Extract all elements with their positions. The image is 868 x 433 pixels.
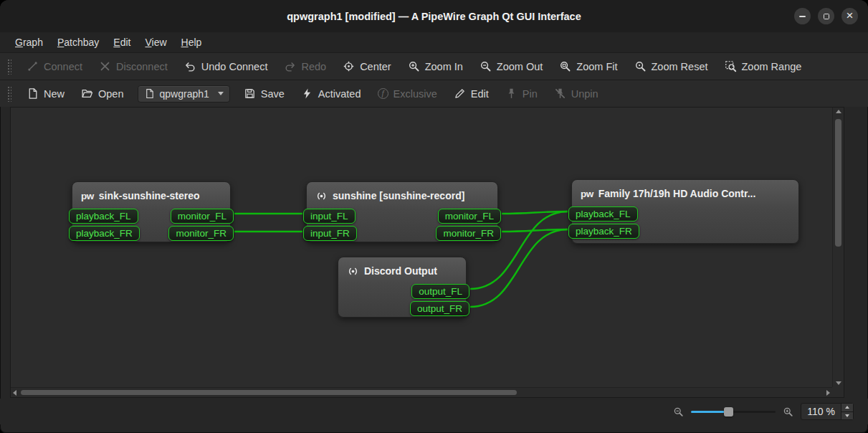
unpin-button[interactable]: Unpin bbox=[551, 85, 601, 103]
menu-patchbay[interactable]: Patchbay bbox=[51, 34, 105, 50]
port-playback-fr[interactable]: playback_FR bbox=[568, 224, 639, 239]
new-button[interactable]: New bbox=[24, 85, 67, 103]
pencil-icon bbox=[454, 87, 466, 100]
menu-help[interactable]: Help bbox=[175, 34, 209, 50]
zoom-out-icon[interactable] bbox=[673, 406, 684, 417]
close-button[interactable]: × bbox=[841, 8, 858, 24]
node-sunshine-record[interactable]: sunshine [sunshine-record] input_FL moni… bbox=[306, 181, 498, 242]
scroll-left-button[interactable] bbox=[13, 390, 16, 396]
activated-toggle[interactable]: Activated bbox=[298, 85, 364, 103]
port-monitor-fl[interactable]: monitor_FL bbox=[171, 209, 234, 224]
open-button[interactable]: Open bbox=[78, 85, 126, 103]
toolbar-drag-handle[interactable] bbox=[7, 86, 11, 102]
port-input-fr[interactable]: input_FR bbox=[303, 226, 357, 241]
horizontal-scroll-thumb[interactable] bbox=[21, 390, 517, 395]
save-label: Save bbox=[261, 88, 285, 100]
window-title: qpwgraph1 [modified] — A PipeWire Graph … bbox=[287, 11, 581, 22]
horizontal-scrollbar[interactable] bbox=[11, 387, 832, 397]
port-input-fl[interactable]: input_FL bbox=[303, 209, 356, 224]
open-label: Open bbox=[98, 88, 123, 100]
zoom-in-label: Zoom In bbox=[425, 61, 463, 72]
maximize-button[interactable] bbox=[818, 8, 834, 24]
patchbay-combo-value: qpwgraph1 bbox=[160, 88, 209, 100]
app-window: qpwgraph1 [modified] — A PipeWire Graph … bbox=[0, 0, 868, 433]
undo-connect-button[interactable]: Undo Connect bbox=[181, 57, 271, 75]
disconnect-button[interactable]: Disconnect bbox=[96, 57, 171, 75]
vertical-scrollbar[interactable] bbox=[832, 108, 844, 387]
connect-icon bbox=[27, 60, 39, 72]
port-monitor-fr[interactable]: monitor_FR bbox=[168, 226, 234, 241]
record-icon bbox=[315, 190, 328, 202]
toolbar-drag-handle[interactable] bbox=[7, 59, 11, 75]
scrollbar-corner bbox=[832, 387, 844, 397]
zoom-increment-button[interactable] bbox=[841, 404, 853, 411]
zoom-out-button[interactable]: Zoom Out bbox=[477, 57, 545, 75]
exclusive-label: Exclusive bbox=[394, 88, 437, 100]
port-playback-fl[interactable]: playback_FL bbox=[568, 206, 638, 222]
zoom-spinbox[interactable]: 110 % bbox=[801, 403, 854, 420]
node-sink-sunshine-stereo[interactable]: sink-sunshine-stereo playback_FL monitor… bbox=[72, 181, 231, 242]
pin-button[interactable]: Pin bbox=[502, 85, 540, 103]
zoom-in-icon bbox=[408, 60, 420, 72]
connect-label: Connect bbox=[44, 61, 82, 72]
zoom-fit-icon bbox=[559, 60, 571, 72]
port-playback-fl[interactable]: playback_FL bbox=[69, 209, 138, 224]
edit-toggle[interactable]: Edit bbox=[451, 85, 492, 103]
patchbay-file-icon bbox=[144, 88, 155, 99]
statusbar: 110 % bbox=[0, 399, 868, 424]
menu-edit[interactable]: Edit bbox=[107, 34, 137, 50]
redo-label: Redo bbox=[301, 61, 326, 72]
zoom-fit-button[interactable]: Zoom Fit bbox=[556, 57, 620, 75]
minimize-icon bbox=[799, 16, 806, 17]
node-title: Discord Output bbox=[364, 265, 437, 277]
scroll-up-button[interactable] bbox=[836, 110, 841, 113]
zoom-decrement-button[interactable] bbox=[841, 411, 853, 420]
patchbay-combo[interactable]: qpwgraph1 bbox=[138, 85, 230, 103]
connect-button[interactable]: Connect bbox=[24, 57, 85, 75]
zoom-value: 110 % bbox=[801, 404, 841, 419]
minimize-button[interactable] bbox=[794, 8, 811, 24]
zoom-reset-button[interactable]: Zoom Reset bbox=[631, 57, 711, 75]
open-folder-icon bbox=[81, 87, 93, 100]
menubar: Graph Patchbay Edit View Help bbox=[0, 32, 868, 52]
zoom-range-label: Zoom Range bbox=[742, 61, 802, 72]
zoom-reset-icon bbox=[634, 60, 647, 72]
exclusive-toggle[interactable]: Exclusive bbox=[375, 85, 440, 103]
scroll-right-button[interactable] bbox=[826, 390, 830, 396]
pipewire-icon bbox=[81, 191, 94, 201]
zoom-in-button[interactable]: Zoom In bbox=[405, 57, 466, 75]
node-title: sunshine [sunshine-record] bbox=[333, 190, 464, 201]
redo-button[interactable]: Redo bbox=[281, 57, 329, 75]
node-family-hd-audio[interactable]: Family 17h/19h HD Audio Contr... playbac… bbox=[571, 179, 799, 244]
arrow-left-icon bbox=[13, 390, 16, 396]
zoom-out-icon bbox=[480, 60, 492, 72]
menu-graph[interactable]: Graph bbox=[9, 34, 49, 50]
port-output-fr[interactable]: output_FR bbox=[410, 301, 469, 316]
chevron-down-icon bbox=[218, 92, 224, 95]
center-label: Center bbox=[360, 61, 391, 72]
port-output-fl[interactable]: output_FL bbox=[411, 284, 469, 299]
port-monitor-fr[interactable]: monitor_FR bbox=[436, 226, 501, 241]
arrow-down-icon bbox=[836, 381, 841, 385]
vertical-scroll-thumb[interactable] bbox=[835, 119, 841, 247]
port-playback-fr[interactable]: playback_FR bbox=[69, 226, 140, 241]
slider-handle[interactable] bbox=[724, 407, 733, 417]
graph-canvas[interactable]: sink-sunshine-stereo playback_FL monitor… bbox=[11, 108, 832, 387]
node-discord-output[interactable]: Discord Output output_FL output_FR bbox=[338, 257, 467, 318]
node-title: sink-sunshine-stereo bbox=[99, 190, 200, 201]
scroll-down-button[interactable] bbox=[836, 381, 841, 385]
zoom-slider[interactable] bbox=[691, 406, 776, 418]
zoom-range-button[interactable]: Zoom Range bbox=[722, 57, 805, 75]
center-button[interactable]: Center bbox=[340, 57, 394, 75]
node-header: Family 17h/19h HD Audio Contr... bbox=[572, 180, 798, 204]
record-icon bbox=[347, 265, 359, 277]
titlebar[interactable]: qpwgraph1 [modified] — A PipeWire Graph … bbox=[0, 0, 868, 32]
save-button[interactable]: Save bbox=[241, 85, 287, 103]
new-label: New bbox=[44, 88, 65, 100]
zoom-in-icon[interactable] bbox=[783, 406, 793, 417]
port-monitor-fl[interactable]: monitor_FL bbox=[438, 209, 501, 224]
disconnect-icon bbox=[99, 60, 111, 72]
zoom-range-icon bbox=[725, 60, 737, 72]
node-header: sunshine [sunshine-record] bbox=[307, 182, 497, 206]
menu-view[interactable]: View bbox=[138, 34, 173, 50]
